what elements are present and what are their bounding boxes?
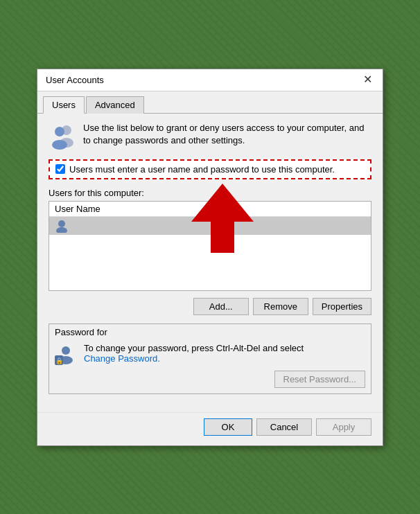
apply-button[interactable]: Apply — [316, 418, 371, 436]
cancel-button[interactable]: Cancel — [256, 418, 312, 436]
dialog-title: User Accounts — [46, 75, 104, 85]
password-text-line1: To change your password, press Ctrl-Alt-… — [84, 343, 304, 353]
svg-text:🔒: 🔒 — [55, 357, 64, 365]
must-enter-password-label: Users must enter a user name and passwor… — [69, 164, 335, 175]
users-section-label: Users for this computer: — [49, 188, 371, 198]
user-row-icon — [55, 219, 69, 233]
close-button[interactable]: ✕ — [360, 73, 374, 87]
dialog-content: Use the list below to grant or deny user… — [37, 114, 383, 412]
svg-point-4 — [58, 220, 65, 227]
ok-button[interactable]: OK — [204, 418, 252, 436]
password-section-title: Password for — [49, 324, 371, 337]
bottom-buttons: OK Cancel Apply — [37, 412, 383, 445]
properties-button[interactable]: Properties — [313, 298, 371, 315]
table-row[interactable] — [49, 217, 371, 235]
user-action-buttons: Add... Remove Properties — [49, 298, 371, 315]
remove-button[interactable]: Remove — [253, 298, 308, 315]
password-section-content: 🔒 To change your password, press Ctrl-Al… — [49, 337, 371, 371]
tab-users[interactable]: Users — [43, 96, 85, 114]
change-password-link[interactable]: Change Password. — [84, 353, 160, 364]
users-icon — [49, 122, 76, 150]
must-enter-password-row: Users must enter a user name and passwor… — [49, 159, 371, 179]
info-section: Use the list below to grant or deny user… — [49, 122, 371, 150]
svg-point-3 — [52, 140, 67, 150]
users-list: User Name — [49, 201, 371, 291]
reset-password-button[interactable]: Reset Password... — [274, 371, 366, 388]
user-name-cell — [73, 220, 365, 232]
svg-point-2 — [55, 127, 64, 136]
title-bar: User Accounts ✕ — [37, 69, 383, 91]
password-section: Password for 🔒 To change your password, … — [49, 324, 371, 394]
add-button[interactable]: Add... — [193, 298, 249, 315]
svg-point-6 — [62, 346, 70, 355]
tab-advanced[interactable]: Advanced — [86, 96, 144, 114]
tab-bar: Users Advanced — [37, 91, 383, 114]
user-accounts-dialog: User Accounts ✕ Users Advanced Use the l… — [37, 69, 383, 446]
password-user-icon: 🔒 — [55, 343, 77, 365]
info-text: Use the list below to grant or deny user… — [83, 122, 371, 147]
svg-point-5 — [56, 227, 67, 233]
password-info-text: To change your password, press Ctrl-Alt-… — [84, 343, 304, 364]
reset-password-row: Reset Password... — [49, 371, 371, 393]
list-column-header: User Name — [49, 202, 371, 217]
must-enter-password-checkbox[interactable] — [55, 164, 65, 174]
